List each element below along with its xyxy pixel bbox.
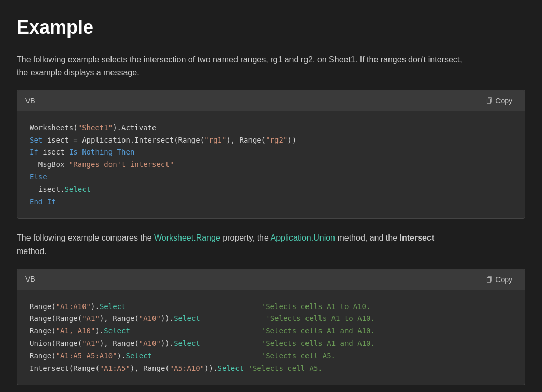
code-block-1: VB Copy Worksheets("Sheet1").Activate Se…	[17, 90, 525, 219]
description-1: The following example selects the inters…	[17, 53, 463, 79]
copy-icon-2	[485, 276, 492, 283]
code-block-2-header: VB Copy	[17, 269, 525, 290]
code-block-1-header: VB Copy	[17, 90, 525, 111]
code-content-1: Worksheets("Sheet1").Activate Set isect …	[17, 111, 525, 219]
intersect-bold: Intersect	[400, 233, 435, 242]
application-union-link[interactable]: Application.Union	[270, 233, 335, 242]
worksheet-range-link[interactable]: Worksheet.Range	[154, 233, 220, 242]
page-title: Example	[17, 12, 525, 43]
description-2-after: method, and the	[335, 233, 400, 242]
code-pre-2: Range("A1:A10").Select 'Selects cells A1…	[30, 301, 512, 375]
code-content-2: Range("A1:A10").Select 'Selects cells A1…	[17, 290, 525, 385]
code-block-2: VB Copy Range("A1:A10").Select 'Selects …	[17, 269, 525, 386]
copy-label-1: Copy	[495, 96, 512, 105]
code-lang-label-2: VB	[25, 273, 35, 285]
code-lang-label-1: VB	[25, 95, 35, 106]
description-2-mid: property, the	[220, 233, 271, 242]
description-2-end: method.	[17, 247, 47, 256]
copy-label-2: Copy	[495, 275, 512, 284]
code-pre-1: Worksheets("Sheet1").Activate Set isect …	[30, 122, 512, 208]
description-2: The following example compares the Works…	[17, 231, 463, 258]
description-2-before: The following example compares the	[17, 233, 154, 242]
copy-icon-1	[485, 97, 492, 104]
copy-button-1[interactable]: Copy	[481, 94, 517, 107]
copy-button-2[interactable]: Copy	[481, 273, 517, 286]
